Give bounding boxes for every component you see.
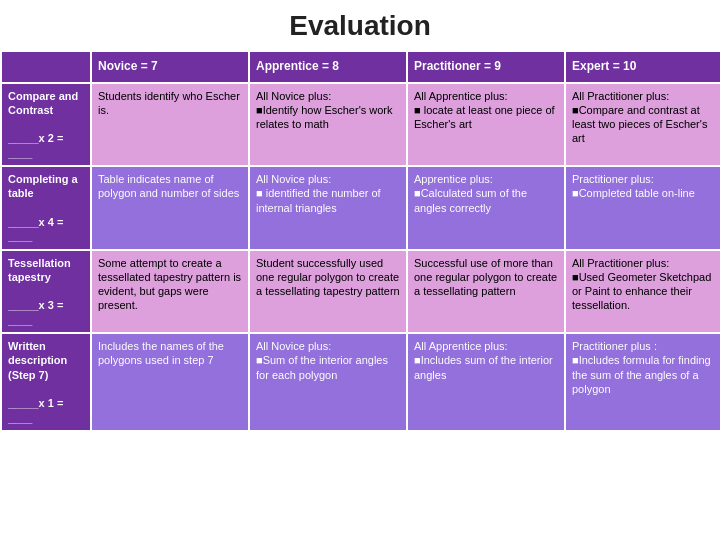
expert-cell: Practitioner plus :■Includes formula for… (565, 333, 720, 431)
novice-cell: Students identify who Escher is. (91, 83, 249, 166)
novice-cell: Includes the names of the polygons used … (91, 333, 249, 431)
practitioner-cell: Successful use of more than one regular … (407, 250, 565, 333)
page-title: Evaluation (0, 0, 720, 50)
apprentice-cell: All Novice plus:■ identified the number … (249, 166, 407, 249)
header-col1: Novice = 7 (91, 51, 249, 83)
category-cell: Written description (Step 7) _____x 1 = … (1, 333, 91, 431)
header-col3: Practitioner = 9 (407, 51, 565, 83)
table-row: Completing a table _____x 4 = ____Table … (1, 166, 720, 249)
header-row: Novice = 7 Apprentice = 8 Practitioner =… (1, 51, 720, 83)
practitioner-cell: All Apprentice plus:■ locate at least on… (407, 83, 565, 166)
apprentice-cell: Student successfully used one regular po… (249, 250, 407, 333)
apprentice-cell: All Novice plus:■Sum of the interior ang… (249, 333, 407, 431)
header-col2: Apprentice = 8 (249, 51, 407, 83)
expert-cell: All Practitioner plus:■Compare and contr… (565, 83, 720, 166)
apprentice-cell: All Novice plus:■Identify how Escher's w… (249, 83, 407, 166)
category-cell: Tessellation tapestry _____x 3 = ____ (1, 250, 91, 333)
table-row: Tessellation tapestry _____x 3 = ____Som… (1, 250, 720, 333)
expert-cell: Practitioner plus:■Completed table on-li… (565, 166, 720, 249)
category-cell: Completing a table _____x 4 = ____ (1, 166, 91, 249)
expert-cell: All Practitioner plus:■Used Geometer Ske… (565, 250, 720, 333)
table-row: Written description (Step 7) _____x 1 = … (1, 333, 720, 431)
category-cell: Compare and Contrast _____x 2 = ____ (1, 83, 91, 166)
rubric-table: Novice = 7 Apprentice = 8 Practitioner =… (0, 50, 720, 432)
header-col4: Expert = 10 (565, 51, 720, 83)
practitioner-cell: All Apprentice plus:■Includes sum of the… (407, 333, 565, 431)
header-col0 (1, 51, 91, 83)
novice-cell: Table indicates name of polygon and numb… (91, 166, 249, 249)
table-row: Compare and Contrast _____x 2 = ____Stud… (1, 83, 720, 166)
practitioner-cell: Apprentice plus:■Calculated sum of the a… (407, 166, 565, 249)
novice-cell: Some attempt to create a tessellated tap… (91, 250, 249, 333)
